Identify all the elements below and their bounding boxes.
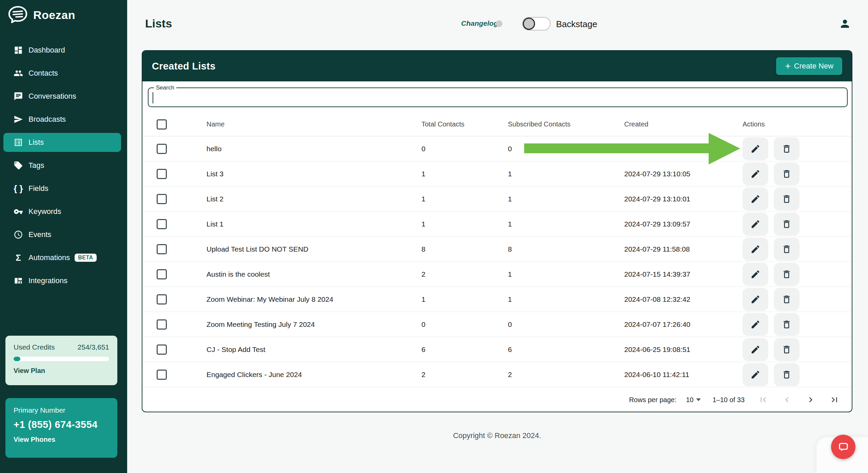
primary-number-card: Primary Number +1 (855) 674-3554 View Ph… <box>5 398 117 458</box>
toggle-knob <box>523 18 535 30</box>
user-account-icon[interactable] <box>839 18 851 30</box>
delete-button[interactable] <box>774 363 800 386</box>
view-phones-link[interactable]: View Phones <box>14 436 109 444</box>
plus-icon: + <box>785 61 790 71</box>
row-checkbox[interactable] <box>157 169 167 179</box>
row-checkbox[interactable] <box>157 370 167 380</box>
delete-button[interactable] <box>774 338 800 361</box>
list-name: Upload Test List DO NOT SEND <box>206 245 421 253</box>
total-contacts-value: 2 <box>421 371 508 379</box>
primary-number-value: +1 (855) 674-3554 <box>14 419 109 430</box>
speech-bubble-logo-icon <box>7 5 28 24</box>
list-name: hello <box>206 145 421 153</box>
sidebar-item-keywords[interactable]: Keywords <box>0 200 127 223</box>
delete-button[interactable] <box>774 162 800 185</box>
app-window: Roezan Dashboard Contacts Conversations <box>0 0 868 473</box>
create-new-button[interactable]: + Create New <box>776 57 842 75</box>
total-contacts-value: 0 <box>421 320 508 329</box>
changelog-link[interactable]: Changelog <box>461 19 498 27</box>
edit-button[interactable] <box>743 313 768 336</box>
sidebar-item-dashboard[interactable]: Dashboard <box>0 39 127 62</box>
trash-icon <box>782 219 792 229</box>
last-page-button[interactable] <box>827 393 842 407</box>
column-header-subscribed-contacts: Subscribed Contacts <box>508 120 624 128</box>
sidebar-item-tags[interactable]: Tags <box>0 154 127 177</box>
sidebar-item-events[interactable]: Events <box>0 223 127 246</box>
previous-page-button[interactable] <box>780 393 794 407</box>
next-page-button[interactable] <box>804 393 818 407</box>
edit-button[interactable] <box>743 338 768 361</box>
edit-button[interactable] <box>743 137 768 160</box>
pencil-icon <box>750 219 761 229</box>
delete-button[interactable] <box>774 213 800 236</box>
pencil-icon <box>750 269 761 279</box>
row-checkbox[interactable] <box>157 319 167 330</box>
sidebar-item-automations[interactable]: Σ Automations BETA <box>0 246 127 269</box>
pencil-icon <box>750 194 761 204</box>
edit-button[interactable] <box>743 188 768 211</box>
tag-icon <box>14 161 23 170</box>
row-checkbox[interactable] <box>157 244 167 254</box>
row-checkbox[interactable] <box>157 344 167 355</box>
total-contacts-value: 2 <box>421 270 508 278</box>
select-all-checkbox[interactable] <box>157 119 167 130</box>
row-checkbox[interactable] <box>157 294 167 304</box>
chat-launcher-button[interactable] <box>831 435 855 459</box>
row-checkbox[interactable] <box>157 194 167 204</box>
view-plan-link[interactable]: View Plan <box>14 367 109 375</box>
dashboard-icon <box>14 45 23 55</box>
column-header-total-contacts: Total Contacts <box>421 120 508 128</box>
brand-logo[interactable]: Roezan <box>7 5 75 24</box>
trash-icon <box>782 194 792 204</box>
delete-button[interactable] <box>774 288 800 311</box>
search-field[interactable]: Search <box>148 87 848 107</box>
first-page-button[interactable] <box>756 393 770 407</box>
delete-button[interactable] <box>774 137 800 160</box>
row-checkbox[interactable] <box>157 144 167 154</box>
trash-icon <box>782 169 792 179</box>
total-contacts-value: 1 <box>421 195 508 203</box>
sigma-icon: Σ <box>14 253 23 262</box>
subscribed-contacts-value: 0 <box>508 320 624 329</box>
list-name: Zoom Webinar: My Webinar July 8 2024 <box>206 295 421 303</box>
edit-button[interactable] <box>743 213 768 236</box>
created-date-value: 2024-07-29 13:10:01 <box>624 195 743 203</box>
edit-button[interactable] <box>743 238 768 261</box>
delete-button[interactable] <box>774 263 800 286</box>
sidebar-item-integrations[interactable]: Integrations <box>0 269 127 292</box>
edit-button[interactable] <box>743 263 768 286</box>
credits-progress-fill <box>14 357 20 361</box>
sidebar-item-broadcasts[interactable]: Broadcasts <box>0 108 127 131</box>
backstage-toggle[interactable] <box>522 17 551 31</box>
created-date-value: 2024-07-08 12:32:42 <box>624 295 743 303</box>
sidebar-item-fields[interactable]: { } Fields <box>0 177 127 200</box>
created-date-value: 2024-06-25 19:08:51 <box>624 346 743 354</box>
delete-button[interactable] <box>774 238 800 261</box>
pencil-icon <box>750 169 761 179</box>
pagination-range: 1–10 of 33 <box>712 396 745 404</box>
trash-icon <box>782 269 792 279</box>
edit-button[interactable] <box>743 288 768 311</box>
edit-button[interactable] <box>743 363 768 386</box>
total-contacts-value: 0 <box>421 145 508 153</box>
delete-button[interactable] <box>774 313 800 336</box>
total-contacts-value: 1 <box>421 220 508 228</box>
edit-button[interactable] <box>743 162 768 185</box>
list-name: List 3 <box>206 170 421 178</box>
sidebar-item-lists[interactable]: Lists <box>0 131 127 154</box>
total-contacts-value: 6 <box>421 346 508 354</box>
trash-icon <box>782 319 792 330</box>
subscribed-contacts-value: 1 <box>508 220 624 228</box>
list-name: List 1 <box>206 220 421 228</box>
panel-header: Created Lists + Create New <box>142 51 852 81</box>
sidebar-item-conversations[interactable]: Conversations <box>0 85 127 108</box>
brand-name: Roezan <box>33 8 75 22</box>
sidebar-item-contacts[interactable]: Contacts <box>0 62 127 85</box>
rows-per-page-select[interactable]: 10 <box>686 396 701 404</box>
delete-button[interactable] <box>774 188 800 211</box>
beta-badge: BETA <box>75 254 96 262</box>
clock-icon <box>14 230 23 239</box>
search-input[interactable] <box>152 90 844 105</box>
row-checkbox[interactable] <box>157 219 167 229</box>
row-checkbox[interactable] <box>157 269 167 279</box>
